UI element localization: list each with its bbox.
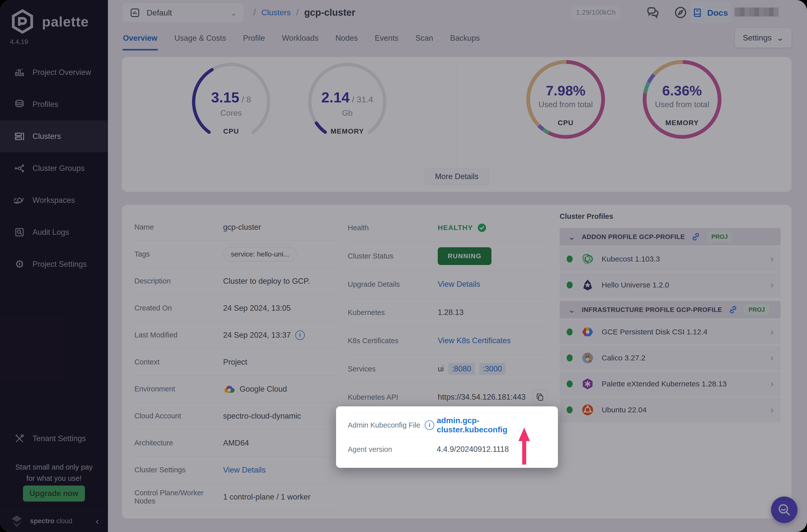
app-window: palette 4.4.19 Project Overview Profiles	[0, 0, 807, 532]
pointer-arrow	[516, 428, 532, 466]
info-icon[interactable]: i	[425, 420, 434, 430]
agent-version-value: 4.4.9/20240912.1118	[437, 445, 509, 454]
